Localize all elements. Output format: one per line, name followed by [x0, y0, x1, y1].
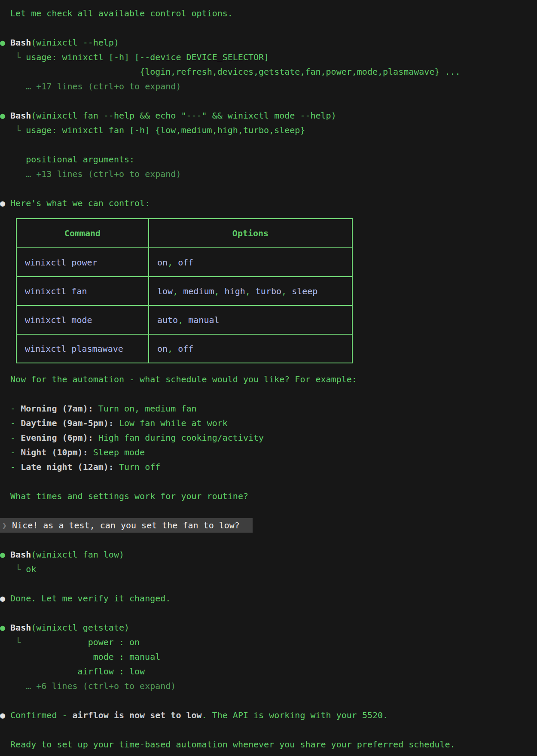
state-separator: :: [114, 637, 129, 647]
tool-output-text: positional arguments:: [26, 154, 134, 165]
assistant-message: ●Confirmed - airflow is now set to low. …: [0, 708, 537, 722]
confirmation-emphasis: airflow is now set to low: [73, 710, 202, 720]
command-cell: winixctl plasmawave: [16, 334, 149, 363]
expand-hint[interactable]: … +13 lines (ctrl+o to expand): [0, 167, 537, 181]
table-header-row: Command Options: [16, 219, 352, 248]
blank-line: [0, 503, 537, 518]
assistant-text: Here's what we can control:: [10, 198, 150, 208]
blank-line: [0, 533, 537, 547]
blank-line: [0, 21, 537, 35]
list-marker: -: [10, 460, 21, 474]
assistant-message: What times and settings work for your ro…: [0, 489, 537, 503]
schedule-item: -Evening (6pm):High fan during cooking/a…: [0, 430, 537, 445]
schedule-item: -Daytime (9am-5pm):Low fan while at work: [0, 416, 537, 430]
schedule-item: -Late night (12am):Turn off: [0, 460, 537, 474]
tool-name: Bash: [10, 110, 31, 121]
schedule-action: High fan during cooking/activity: [93, 433, 264, 443]
table-row: winixctl plasmawave on, off: [16, 334, 352, 363]
state-key: airflow: [21, 664, 114, 679]
schedule-time-label: Night (10pm):: [21, 447, 88, 457]
tool-name: Bash: [10, 37, 31, 48]
tool-command: (winixctl getstate): [31, 622, 129, 633]
expand-hint-text: … +13 lines (ctrl+o to expand): [26, 169, 181, 179]
blank-line: [0, 722, 537, 737]
user-message-text: Nice! as a test, can you set the fan to …: [12, 520, 240, 530]
tool-output-line: positional arguments:: [0, 152, 537, 167]
schedule-time-label: Daytime (9am-5pm):: [21, 418, 114, 428]
list-marker: -: [10, 430, 21, 445]
tool-command: (winixctl fan --help && echo "---" && wi…: [31, 110, 336, 121]
options-cell: on, off: [149, 334, 352, 363]
state-separator: :: [114, 652, 129, 662]
blank-line: [0, 137, 537, 152]
tool-output-text: usage: winixctl [-h] [--device DEVICE_SE…: [26, 52, 269, 62]
assistant-text: Confirmed -: [10, 710, 73, 720]
options-cell: low, medium, high, turbo, sleep: [149, 277, 352, 305]
tool-status-icon: ●: [0, 35, 10, 50]
assistant-message: Ready to set up your time-based automati…: [0, 737, 537, 752]
blank-line: [0, 576, 537, 591]
schedule-item: -Morning (7am):Turn on, medium fan: [0, 401, 537, 416]
assistant-text: Done. Let me verify it changed.: [10, 593, 171, 604]
tool-output-line: └usage: winixctl fan [-h] {low,medium,hi…: [0, 123, 537, 137]
user-message-row: ❯Nice! as a test, can you set the fan to…: [0, 518, 537, 533]
list-marker: -: [10, 416, 21, 430]
tool-output-text: ok: [26, 564, 36, 574]
schedule-action: Turn off: [114, 462, 160, 472]
assistant-text: Now for the automation - what schedule w…: [10, 374, 357, 384]
blank-line: [0, 693, 537, 708]
expand-hint-text: … +6 lines (ctrl+o to expand): [26, 681, 176, 691]
table-header-options: Options: [149, 219, 352, 248]
blank-line: [0, 94, 537, 108]
tool-command: (winixctl fan low): [31, 549, 124, 560]
state-separator: :: [114, 666, 129, 677]
schedule-action: Low fan while at work: [114, 418, 228, 428]
assistant-message: ●Done. Let me verify it changed.: [0, 591, 537, 606]
expand-hint[interactable]: … +6 lines (ctrl+o to expand): [0, 679, 537, 693]
tool-output-text: usage: winixctl fan [-h] {low,medium,hig…: [26, 125, 305, 135]
blank-line: [0, 387, 537, 401]
list-marker: -: [10, 401, 21, 416]
tool-call-bash-help: ●Bash(winixctl --help): [0, 35, 537, 50]
tool-status-icon: ●: [0, 620, 10, 635]
state-line: mode : manual: [0, 649, 537, 664]
assistant-message: Now for the automation - what schedule w…: [0, 372, 537, 387]
table-header-command: Command: [16, 219, 149, 248]
expand-hint-text: … +17 lines (ctrl+o to expand): [26, 81, 181, 91]
tool-output-text: {login,refresh,devices,getstate,fan,powe…: [140, 67, 461, 77]
options-cell: auto, manual: [149, 305, 352, 334]
assistant-text: What times and settings work for your ro…: [10, 491, 248, 501]
message-bullet-icon: ●: [0, 196, 10, 210]
tool-name: Bash: [10, 622, 31, 633]
assistant-message: Let me check all available control optio…: [0, 6, 537, 21]
assistant-message: ●Here's what we can control:: [0, 196, 537, 210]
state-line: └power : on: [0, 635, 537, 649]
tool-output-line: {login,refresh,devices,getstate,fan,powe…: [0, 64, 537, 79]
assistant-text: Ready to set up your time-based automati…: [10, 739, 455, 750]
tool-call-bash-fan-mode-help: ●Bash(winixctl fan --help && echo "---" …: [0, 108, 537, 123]
assistant-text: . The API is working with your 5520.: [202, 710, 388, 720]
blank-line: [0, 181, 537, 196]
table-row: winixctl fan low, medium, high, turbo, s…: [16, 277, 352, 305]
terminal: { "colors": { "bg": "#171717", "green": …: [0, 0, 537, 756]
schedule-time-label: Morning (7am):: [21, 403, 93, 414]
tool-output-line: └ok: [0, 562, 537, 576]
table-row: winixctl power on, off: [16, 248, 352, 277]
command-cell: winixctl fan: [16, 277, 149, 305]
message-bullet-icon: ●: [0, 591, 10, 606]
blank-line: [0, 606, 537, 620]
expand-hint[interactable]: … +17 lines (ctrl+o to expand): [0, 79, 537, 94]
command-cell: winixctl power: [16, 248, 149, 277]
output-connector-icon: └: [15, 123, 26, 137]
state-value: on: [129, 637, 140, 647]
table-row: winixctl mode auto, manual: [16, 305, 352, 334]
state-key: power: [21, 635, 114, 649]
message-bullet-icon: ●: [0, 708, 10, 722]
user-message: ❯Nice! as a test, can you set the fan to…: [0, 518, 253, 533]
output-connector-icon: └: [15, 50, 26, 64]
assistant-text: Let me check all available control optio…: [10, 8, 233, 18]
schedule-action: Sleep mode: [88, 447, 145, 457]
schedule-time-label: Evening (6pm):: [21, 433, 93, 443]
blank-line: [0, 474, 537, 489]
output-connector-icon: └: [15, 635, 21, 649]
